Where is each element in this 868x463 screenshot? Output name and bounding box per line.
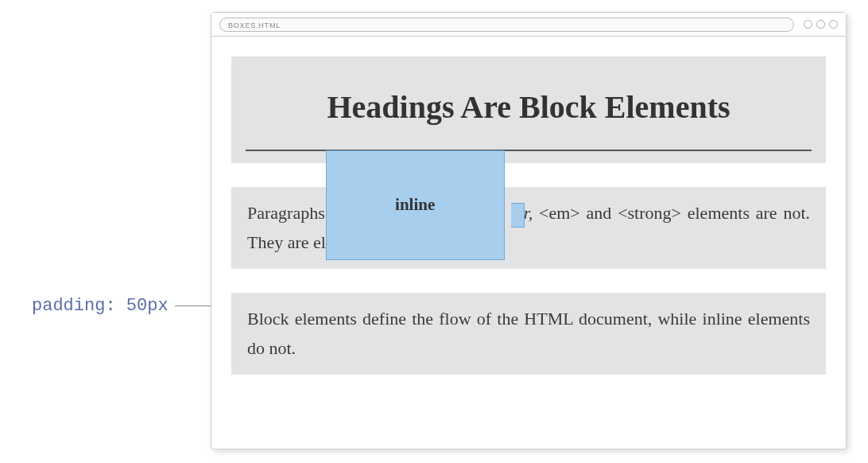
padding-annotation: padding: 50px bbox=[32, 296, 227, 316]
strong-tag-text: <strong> bbox=[618, 203, 681, 223]
address-bar[interactable]: BOXES.HTML bbox=[219, 18, 794, 32]
heading-block: Headings Are Block Elements bbox=[231, 56, 826, 163]
p2-text: Block elements define the flow of the HT… bbox=[247, 309, 810, 358]
close-button[interactable] bbox=[829, 20, 838, 29]
paragraph-block-1: Paragraphs arinliner, <em> and <strong> … bbox=[231, 187, 826, 269]
inline-badge-anchor: inline bbox=[345, 201, 524, 219]
page-heading: Headings Are Block Elements bbox=[231, 88, 826, 126]
maximize-button[interactable] bbox=[816, 20, 825, 29]
annotation-code-label: padding: 50px bbox=[32, 296, 169, 316]
p1-em-fragment: r, bbox=[524, 203, 533, 223]
inline-padding-badge: inline bbox=[326, 150, 505, 260]
window-controls bbox=[804, 20, 838, 29]
p1-and: and bbox=[580, 203, 618, 223]
browser-viewport: Headings Are Block Elements Paragraphs a… bbox=[211, 37, 846, 449]
minimize-button[interactable] bbox=[804, 20, 812, 29]
browser-title-bar: BOXES.HTML bbox=[211, 13, 846, 37]
paragraph-block-2: Block elements define the flow of the HT… bbox=[231, 293, 826, 375]
browser-window: BOXES.HTML Headings Are Block Elements P… bbox=[211, 12, 847, 449]
em-tag-text: <em> bbox=[539, 203, 580, 223]
